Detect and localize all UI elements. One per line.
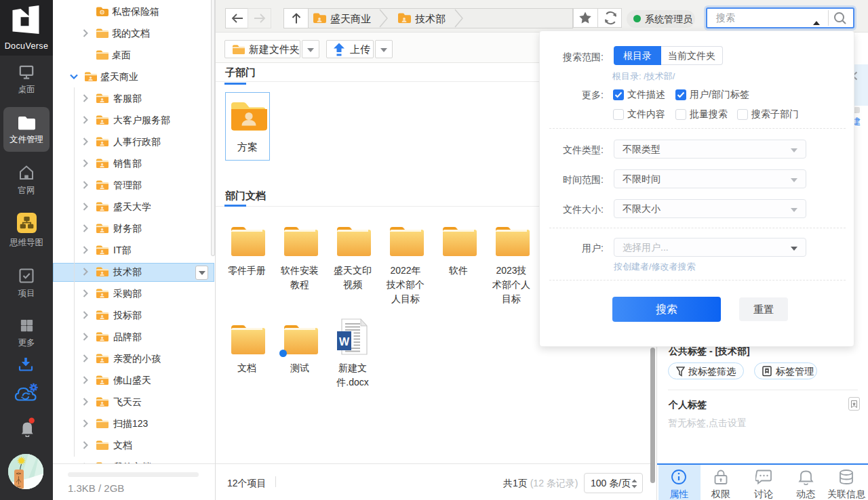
- svg-text:W: W: [339, 336, 350, 348]
